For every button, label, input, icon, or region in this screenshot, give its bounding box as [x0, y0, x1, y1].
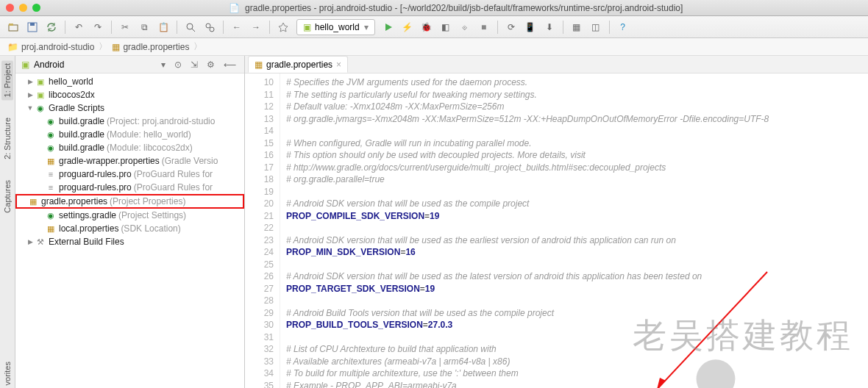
breadcrumb-label: gradle.properties: [123, 42, 189, 52]
breadcrumb-item[interactable]: ▦ gradle.properties: [112, 42, 189, 52]
tree-node-label: local.properties: [59, 223, 118, 234]
tree-node-hint: (SDK Location): [121, 223, 180, 234]
collapse-all-button[interactable]: ⇲: [188, 60, 200, 70]
layout-button[interactable]: ◫: [587, 18, 605, 36]
save-button[interactable]: [24, 18, 41, 36]
code-editor[interactable]: 1011121314151617181920212223242526272829…: [245, 73, 868, 388]
tree-node-hint: (ProGuard Rules for: [134, 182, 213, 193]
attach-debugger-button[interactable]: ⟐: [456, 18, 474, 36]
cut-button[interactable]: ✂: [116, 18, 134, 36]
close-window-button[interactable]: [6, 4, 14, 12]
rail-tab-favorites[interactable]: vorites: [1, 359, 13, 388]
rail-tab-structure[interactable]: 2: Structure: [1, 115, 13, 162]
tree-node[interactable]: ▶▣libcocos2dx: [15, 88, 244, 101]
tree-node[interactable]: ◉build.gradle (Module: libcocos2dx): [15, 141, 244, 154]
tree-node-label: gradle.properties: [41, 196, 107, 206]
code-text[interactable]: # Specifies the JVM arguments used for t…: [280, 73, 868, 388]
project-tree-panel: ▣ Android ▾ ⊙ ⇲ ⚙ ⟵ ▶▣hello_world▶▣libco…: [15, 56, 245, 388]
debug-button[interactable]: 🐞: [418, 18, 435, 36]
tree-node[interactable]: ▼◉Gradle Scripts: [15, 101, 244, 115]
left-tool-rail: 1: Project 2: Structure Captures vorites: [0, 56, 15, 388]
window-title: 📄 gradle.properties - proj.android-studi…: [49, 3, 862, 13]
chevron-down-icon: ▾: [364, 22, 369, 32]
editor-panel: ▦ gradle.properties × 101112131415161718…: [245, 56, 868, 388]
tree-node[interactable]: ◉settings.gradle (Project Settings): [15, 209, 244, 222]
tree-node-label: settings.gradle: [59, 210, 116, 220]
copy-button[interactable]: ⧉: [135, 18, 153, 36]
help-button[interactable]: ?: [614, 18, 632, 36]
svg-point-4: [187, 24, 193, 29]
tree-node-label: build.gradle: [59, 143, 104, 153]
tree-node[interactable]: ◉build.gradle (Project: proj.android-stu…: [15, 115, 244, 128]
editor-tab[interactable]: ▦ gradle.properties ×: [248, 56, 348, 73]
file-icon: 📄: [229, 3, 240, 13]
tree-node-label: hello_world: [49, 76, 93, 87]
project-structure-button[interactable]: ▦: [568, 18, 586, 36]
project-scope-selector[interactable]: Android: [34, 60, 154, 70]
stop-button[interactable]: ■: [475, 18, 493, 36]
tree-node[interactable]: ≡proguard-rules.pro (ProGuard Rules for: [15, 168, 244, 181]
minimize-window-button[interactable]: [19, 4, 27, 12]
project-tree[interactable]: ▶▣hello_world▶▣libcocos2dx▼◉Gradle Scrip…: [15, 73, 244, 388]
tree-node[interactable]: ▦gradle-wrapper.properties (Gradle Versi…: [15, 154, 244, 168]
line-gutter: 1011121314151617181920212223242526272829…: [245, 73, 280, 388]
sync-gradle-button[interactable]: ⟳: [502, 18, 520, 36]
tree-node-label: build.gradle: [59, 129, 104, 140]
breadcrumb-label: proj.android-studio: [21, 42, 94, 52]
rail-tab-captures[interactable]: Captures: [1, 177, 13, 216]
build-button[interactable]: [274, 18, 292, 36]
properties-icon: ▦: [112, 42, 120, 52]
tree-node[interactable]: ▶▣hello_world: [15, 75, 244, 88]
scroll-from-source-button[interactable]: ⊙: [172, 60, 184, 70]
svg-line-5: [192, 29, 195, 32]
window-titlebar: 📄 gradle.properties - proj.android-studi…: [0, 0, 868, 16]
tree-node-hint: (Module: hello_world): [107, 129, 191, 140]
redo-button[interactable]: ↷: [89, 18, 107, 36]
folder-icon: 📁: [7, 42, 18, 52]
tree-node-hint: (Project Settings): [118, 210, 186, 220]
rail-tab-project[interactable]: 1: Project: [1, 60, 13, 100]
undo-button[interactable]: ↶: [70, 18, 88, 36]
sdk-manager-button[interactable]: ⬇: [541, 18, 558, 36]
tree-node[interactable]: ▦local.properties (SDK Location): [15, 222, 244, 235]
chevron-right-icon: 〉: [193, 40, 202, 53]
android-icon: ▣: [303, 22, 311, 32]
tree-node-label: proguard-rules.pro: [59, 182, 132, 193]
paste-button[interactable]: 📋: [154, 18, 172, 36]
gear-icon[interactable]: ⚙: [204, 60, 217, 70]
breadcrumb: 📁 proj.android-studio 〉 ▦ gradle.propert…: [0, 38, 868, 56]
sync-button[interactable]: [43, 18, 60, 36]
disclosure-triangle[interactable]: ▼: [26, 104, 35, 112]
tree-node[interactable]: ≡proguard-rules.pro (ProGuard Rules for: [15, 181, 244, 194]
maximize-window-button[interactable]: [32, 4, 40, 12]
forward-button[interactable]: →: [247, 18, 265, 36]
main-toolbar: ↶ ↷ ✂ ⧉ 📋 ← → ▣ hello_world ▾ ⚡ 🐞 ◧ ⟐ ■ …: [0, 16, 868, 38]
back-button[interactable]: ←: [228, 18, 246, 36]
avd-manager-button[interactable]: 📱: [522, 18, 539, 36]
svg-point-6: [206, 24, 210, 28]
hide-panel-button[interactable]: ⟵: [221, 60, 238, 70]
properties-icon: ▦: [255, 60, 263, 70]
tree-node-hint: (Module: libcocos2dx): [107, 143, 193, 153]
disclosure-triangle[interactable]: ▶: [26, 238, 35, 245]
run-config-label: hello_world: [315, 22, 360, 32]
run-config-selector[interactable]: ▣ hello_world ▾: [296, 19, 375, 35]
tree-node[interactable]: ◉build.gradle (Module: hello_world): [15, 128, 244, 141]
tree-node[interactable]: ▶⚒External Build Files: [15, 235, 244, 248]
run-button[interactable]: [380, 18, 397, 36]
close-tab-button[interactable]: ×: [336, 60, 341, 70]
find-button[interactable]: [182, 18, 199, 36]
tree-node-label: libcocos2dx: [49, 90, 95, 100]
profile-button[interactable]: ◧: [437, 18, 455, 36]
chevron-down-icon[interactable]: ▾: [159, 60, 168, 70]
replace-button[interactable]: [201, 18, 218, 36]
tree-node-hint: (Gradle Versio: [162, 156, 218, 166]
breadcrumb-item[interactable]: 📁 proj.android-studio: [7, 42, 94, 52]
android-icon: ▣: [21, 60, 29, 70]
disclosure-triangle[interactable]: ▶: [26, 91, 35, 98]
apply-changes-button[interactable]: ⚡: [399, 18, 416, 36]
tree-node[interactable]: ▦gradle.properties (Project Properties): [15, 194, 244, 209]
disclosure-triangle[interactable]: ▶: [26, 78, 35, 85]
editor-tab-label: gradle.properties: [266, 60, 332, 70]
open-file-button[interactable]: [4, 18, 22, 36]
